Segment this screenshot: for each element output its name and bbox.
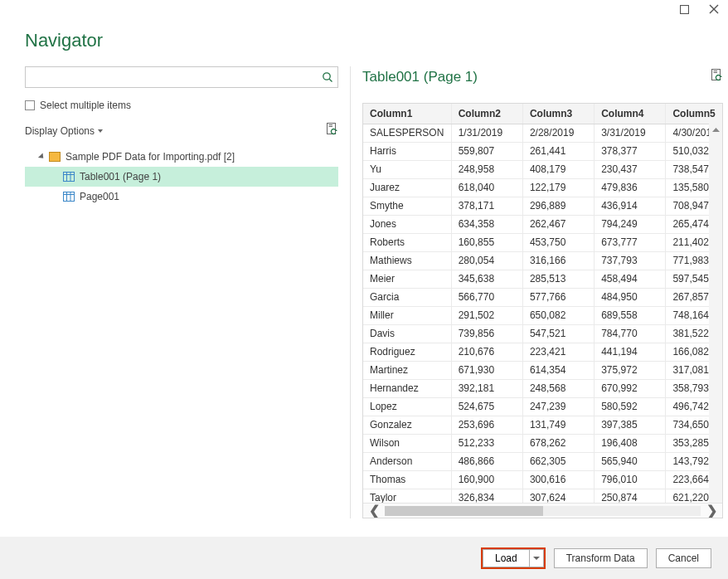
table-row[interactable]: Yu248,958408,179230,437738,547 xyxy=(363,160,722,178)
table-row[interactable]: Lopez524,675247,239580,592496,742 xyxy=(363,397,722,416)
table-row[interactable]: Wilson512,233678,262196,408353,285 xyxy=(363,434,722,452)
column-header[interactable]: Column5 xyxy=(666,104,722,124)
tree-item[interactable]: Page001 xyxy=(25,187,338,207)
table-cell: 577,766 xyxy=(522,288,594,306)
table-row[interactable]: Juarez618,040122,179479,836135,580 xyxy=(363,178,722,197)
table-cell: 547,521 xyxy=(522,324,594,343)
tree-item-label: Table001 (Page 1) xyxy=(80,171,161,182)
preview-grid: Column1Column2Column3Column4Column5 SALE… xyxy=(362,103,723,518)
display-options-dropdown[interactable]: Display Options xyxy=(25,125,103,137)
svg-line-4 xyxy=(329,79,332,81)
vertical-scrollbar[interactable] xyxy=(709,124,722,503)
table-row[interactable]: Miller291,502650,082689,558748,164 xyxy=(363,306,722,324)
table-cell: 484,950 xyxy=(595,288,666,306)
table-cell: Meier xyxy=(363,270,451,288)
transform-data-button[interactable]: Transform Data xyxy=(554,548,648,568)
search-icon[interactable] xyxy=(318,71,337,83)
search-input[interactable] xyxy=(26,67,318,87)
scroll-left-icon[interactable]: ❮ xyxy=(363,504,385,518)
table-row[interactable]: Thomas160,900300,616796,010223,664 xyxy=(363,470,722,489)
table-cell: 392,181 xyxy=(451,379,522,397)
table-cell: 378,171 xyxy=(451,197,522,215)
table-cell: 122,179 xyxy=(522,178,594,197)
table-row[interactable]: Harris559,807261,441378,377510,032 xyxy=(363,142,722,160)
table-row[interactable]: Hernandez392,181248,568670,992358,793 xyxy=(363,379,722,397)
table-row[interactable]: Jones634,358262,467794,249265,474 xyxy=(363,215,722,233)
preview-refresh-icon[interactable] xyxy=(711,69,723,85)
table-cell: 345,638 xyxy=(451,270,522,288)
select-multiple-checkbox[interactable]: Select multiple items xyxy=(25,100,338,111)
column-header[interactable]: Column4 xyxy=(595,104,666,124)
table-cell: Lopez xyxy=(363,397,451,416)
table-cell: 248,958 xyxy=(451,160,522,178)
table-cell: 160,900 xyxy=(451,470,522,489)
table-cell: 618,040 xyxy=(451,178,522,197)
table-row[interactable]: Davis739,856547,521784,770381,522 xyxy=(363,324,722,343)
table-cell: 662,305 xyxy=(522,452,594,470)
table-cell: 689,558 xyxy=(595,306,666,324)
table-cell: Harris xyxy=(363,142,451,160)
table-row[interactable]: SALESPERSON1/31/20192/28/20193/31/20194/… xyxy=(363,124,722,142)
table-row[interactable]: Martinez671,930614,354375,972317,081 xyxy=(363,361,722,379)
table-cell: Gonzalez xyxy=(363,416,451,434)
tree-root-node[interactable]: Sample PDF Data for Importing.pdf [2] xyxy=(25,147,338,167)
table-row[interactable]: Gonzalez253,696131,749397,385734,650 xyxy=(363,416,722,434)
table-cell: 316,166 xyxy=(522,251,594,270)
table-cell: 300,616 xyxy=(522,470,594,489)
table-row[interactable]: Garcia566,770577,766484,950267,857 xyxy=(363,288,722,306)
select-multiple-label: Select multiple items xyxy=(40,100,131,111)
maximize-icon[interactable] xyxy=(678,3,690,15)
table-row[interactable]: Meier345,638285,513458,494597,545 xyxy=(363,270,722,288)
table-cell: 436,914 xyxy=(595,197,666,215)
tree-root-label: Sample PDF Data for Importing.pdf [2] xyxy=(66,151,235,163)
tree-item[interactable]: Table001 (Page 1) xyxy=(25,167,338,187)
navigator-left-pane: Select multiple items Display Options Sa… xyxy=(25,66,338,518)
close-icon[interactable] xyxy=(708,3,720,15)
table-cell: Thomas xyxy=(363,470,451,489)
table-row[interactable]: Roberts160,855453,750673,777211,402 xyxy=(363,233,722,251)
table-row[interactable]: Smythe378,171296,889436,914708,947 xyxy=(363,197,722,215)
cancel-button[interactable]: Cancel xyxy=(656,548,711,568)
table-cell: 796,010 xyxy=(595,470,666,489)
refresh-icon[interactable] xyxy=(326,123,338,139)
column-header[interactable]: Column2 xyxy=(451,104,522,124)
table-cell: 250,874 xyxy=(595,489,666,503)
table-cell: 285,513 xyxy=(522,270,594,288)
horizontal-scroll-thumb[interactable] xyxy=(385,506,543,516)
scroll-right-icon[interactable]: ❯ xyxy=(701,504,722,518)
search-input-wrapper[interactable] xyxy=(25,66,338,88)
table-cell: 670,992 xyxy=(595,379,666,397)
table-cell: 784,770 xyxy=(595,324,666,343)
table-cell: 131,749 xyxy=(522,416,594,434)
load-button[interactable]: Load xyxy=(483,549,529,567)
table-cell: Mathiews xyxy=(363,251,451,270)
table-cell: 223,421 xyxy=(522,343,594,361)
pane-divider xyxy=(350,66,351,518)
scroll-up-icon[interactable] xyxy=(709,124,722,137)
table-cell: 262,467 xyxy=(522,215,594,233)
table-cell: 378,377 xyxy=(595,142,666,160)
preview-pane: Table001 (Page 1) Column1Column2Column3C… xyxy=(362,66,723,518)
table-cell: 580,592 xyxy=(595,397,666,416)
table-cell: 673,777 xyxy=(595,233,666,251)
table-cell: 375,972 xyxy=(595,361,666,379)
table-row[interactable]: Mathiews280,054316,166737,793771,983 xyxy=(363,251,722,270)
table-row[interactable]: Rodriguez210,676223,421441,194166,082 xyxy=(363,343,722,361)
table-cell: 196,408 xyxy=(595,434,666,452)
expand-collapse-icon[interactable] xyxy=(38,153,46,160)
checkbox-icon[interactable] xyxy=(25,100,35,110)
table-cell: 634,358 xyxy=(451,215,522,233)
load-dropdown-button[interactable] xyxy=(529,549,544,567)
table-cell: 524,675 xyxy=(451,397,522,416)
table-cell: 739,856 xyxy=(451,324,522,343)
column-header[interactable]: Column1 xyxy=(363,104,451,124)
table-cell: Juarez xyxy=(363,178,451,197)
column-header[interactable]: Column3 xyxy=(522,104,594,124)
table-row[interactable]: Anderson486,866662,305565,940143,792 xyxy=(363,452,722,470)
horizontal-scrollbar[interactable]: ❮ ❯ xyxy=(363,503,722,518)
table-cell: 671,930 xyxy=(451,361,522,379)
chevron-down-icon xyxy=(533,557,540,560)
table-row[interactable]: Taylor326,834307,624250,874621,220 xyxy=(363,489,722,503)
tree-item-label: Page001 xyxy=(80,191,119,202)
table-cell: 737,793 xyxy=(595,251,666,270)
